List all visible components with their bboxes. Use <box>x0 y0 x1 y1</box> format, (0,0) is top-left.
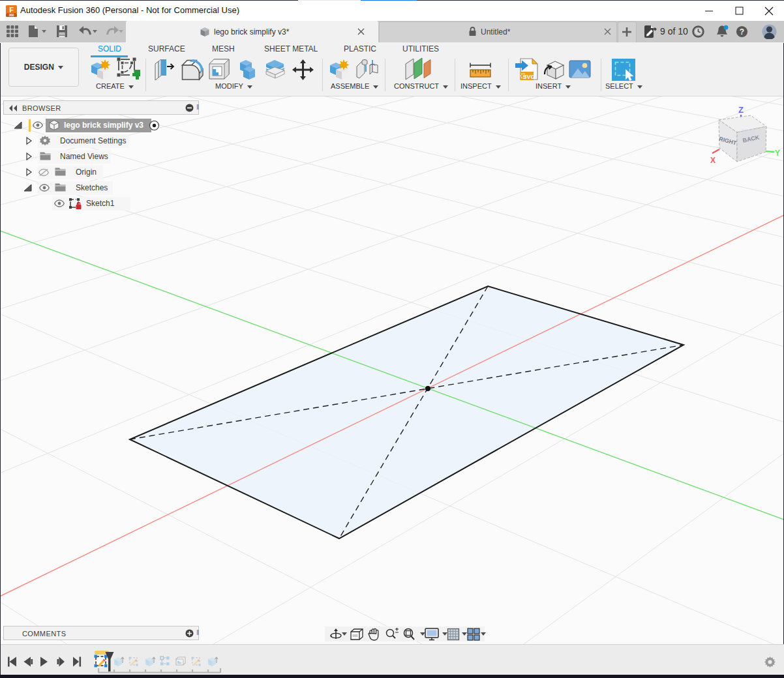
svg-text:X: X <box>710 156 716 165</box>
svg-text:F: F <box>9 6 14 14</box>
svg-text:SVG: SVG <box>522 74 535 80</box>
svg-text:360: 360 <box>9 14 14 17</box>
svg-text:Z: Z <box>738 105 744 115</box>
svg-text:?: ? <box>740 27 744 37</box>
svg-text:Y: Y <box>775 149 780 158</box>
